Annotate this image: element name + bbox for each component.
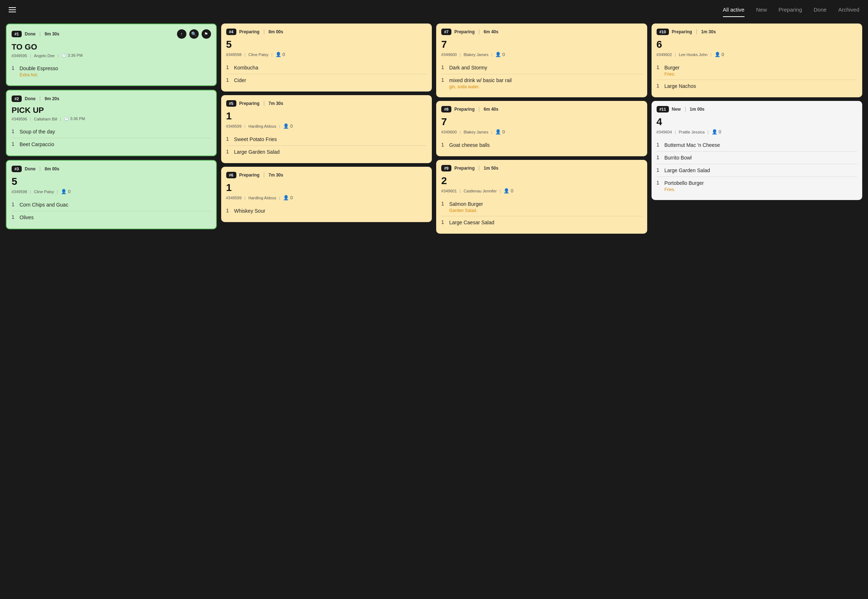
- item-row: 1Kombucha: [226, 62, 427, 74]
- item-note: gin, soda water.: [449, 84, 512, 89]
- menu-icon[interactable]: [9, 7, 16, 12]
- card-status: Preparing: [454, 107, 474, 112]
- order-meta: #349598|Cline Patsy|👤 0: [12, 189, 211, 194]
- item-name: Dark and Stormy: [449, 65, 487, 71]
- order-time: 🕐 3:36 PM: [62, 53, 83, 58]
- card-status: New: [672, 107, 681, 112]
- customer-name: Blakey James: [464, 53, 488, 57]
- card-timer: 6m 40s: [484, 29, 498, 35]
- item-row: 1Beet Carpaccio: [12, 138, 211, 151]
- nav-tab-preparing[interactable]: Preparing: [779, 5, 802, 15]
- card-5: #5Preparing7m 30s1#349599|Hardling Aldou…: [221, 95, 432, 163]
- nav-tab-done[interactable]: Done: [814, 5, 827, 15]
- upload-icon[interactable]: ↑: [177, 29, 186, 39]
- card-header: #8Preparing6m 40s: [441, 106, 642, 113]
- item-row: 1Soup of the day: [12, 125, 211, 138]
- order-number: #349598: [226, 53, 242, 57]
- item-qty: 1: [12, 65, 17, 71]
- card-timer: 1m 00s: [690, 107, 705, 112]
- item-name: Burrito Bowl: [664, 155, 692, 161]
- item-row: 1Butternut Mac 'n Cheese: [657, 139, 857, 152]
- item-qty: 1: [657, 155, 662, 160]
- people-count: 👤 0: [61, 189, 71, 194]
- nav-tab-all-active[interactable]: All active: [723, 5, 744, 15]
- item-row: 1Corn Chips and Guac: [12, 199, 211, 211]
- item-note: Extra hot.: [20, 72, 58, 77]
- item-qty: 1: [226, 136, 231, 142]
- flag-icon[interactable]: ⚑: [202, 29, 211, 39]
- order-count: 1: [226, 110, 427, 122]
- order-count: 5: [226, 39, 427, 50]
- customer-name: Castlenau Jennifer: [464, 189, 497, 193]
- order-number: #349599: [226, 196, 242, 200]
- item-row: 1Large Garden Salad: [226, 146, 427, 158]
- order-number: #349598: [12, 190, 27, 194]
- order-meta: #349600|Blakey James|👤 0: [441, 129, 642, 135]
- item-name: Butternut Mac 'n Cheese: [664, 142, 720, 148]
- customer-name: Lee Hooks John: [679, 53, 708, 57]
- people-count: 👤 0: [275, 52, 285, 57]
- item-qty: 1: [226, 208, 231, 214]
- customer-name: Cline Patsy: [248, 53, 269, 57]
- card-7: #7Preparing6m 40s7#349600|Blakey James|👤…: [436, 24, 647, 97]
- item-row: 1mixed drink w/ basic bar railgin, soda …: [441, 74, 642, 92]
- item-row: 1Goat cheese balls: [441, 139, 642, 151]
- card-status: Preparing: [239, 29, 260, 35]
- item-qty: 1: [657, 142, 662, 147]
- order-number: #349600: [441, 53, 457, 57]
- card-timer: 6m 40s: [484, 107, 498, 112]
- item-row: 1BurgerFries.: [657, 62, 857, 80]
- item-name: Beet Carpaccio: [20, 141, 54, 147]
- item-row: 1Large Nachos: [657, 80, 857, 92]
- order-number: #349599: [226, 124, 242, 128]
- item-qty: 1: [226, 149, 231, 155]
- customer-name: Callaham Bill: [34, 117, 57, 121]
- item-row: 1Olives: [12, 211, 211, 224]
- order-count: 7: [441, 116, 642, 128]
- order-number: #349600: [441, 130, 457, 134]
- item-name: Double Espresso: [20, 65, 58, 71]
- item-row: 1Burrito Bowl: [657, 152, 857, 164]
- order-type: PICK UP: [12, 105, 211, 115]
- nav-tab-new[interactable]: New: [756, 5, 767, 15]
- order-meta: #349599|Hardling Aldous|👤 0: [226, 123, 427, 129]
- people-count: 👤 0: [283, 195, 293, 200]
- order-count: 2: [441, 175, 642, 187]
- item-row: 1Dark and Stormy: [441, 62, 642, 74]
- item-name: Cider: [234, 77, 246, 83]
- item-name: Corn Chips and Guac: [20, 202, 68, 208]
- nav-tabs: All activeNewPreparingDoneArchived: [723, 5, 859, 15]
- main-grid: #1Done9m 30s↑🔍⚑TO GO#349595|Angelo Dee|🕐…: [0, 19, 868, 238]
- customer-name: Cline Patsy: [34, 190, 54, 194]
- item-name: Kombucha: [234, 65, 258, 71]
- people-count: 👤 0: [495, 129, 505, 135]
- order-meta: #349600|Blakey James|👤 0: [441, 52, 642, 57]
- item-name: Soup of the day: [20, 129, 55, 135]
- card-actions: ↑🔍⚑: [177, 29, 211, 39]
- item-row: 1Whiskey Sour: [226, 205, 427, 217]
- order-number: #349596: [12, 117, 27, 121]
- card-status: Done: [25, 166, 35, 172]
- item-name: Goat cheese balls: [449, 142, 490, 148]
- nav-tab-archived[interactable]: Archived: [838, 5, 859, 15]
- card-badge: #4: [226, 29, 236, 35]
- people-count: 👤 0: [714, 52, 724, 57]
- item-name: Large Garden Salad: [664, 167, 710, 173]
- column-3: #7Preparing6m 40s7#349600|Blakey James|👤…: [436, 24, 647, 234]
- card-header: #9Preparing1m 50s: [441, 165, 642, 172]
- search-icon[interactable]: 🔍: [189, 29, 199, 39]
- card-header: #5Preparing7m 30s: [226, 100, 427, 107]
- card-4: #4Preparing8m 00s5#349598|Cline Patsy|👤 …: [221, 24, 432, 92]
- item-name: Sweet Potato Fries: [234, 136, 277, 142]
- item-qty: 1: [657, 83, 662, 89]
- card-status: Preparing: [239, 173, 260, 178]
- card-badge: #5: [226, 100, 236, 107]
- card-timer: 7m 30s: [269, 101, 284, 106]
- card-badge: #7: [441, 29, 451, 35]
- item-row: 1Portobello BurgerFries.: [657, 177, 857, 195]
- item-name: Salmon Burger: [449, 201, 483, 207]
- card-timer: 9m 20s: [45, 96, 59, 101]
- people-count: 👤 0: [504, 188, 513, 194]
- card-status: Preparing: [454, 29, 474, 35]
- card-header: #10Preparing1m 30s: [657, 29, 857, 35]
